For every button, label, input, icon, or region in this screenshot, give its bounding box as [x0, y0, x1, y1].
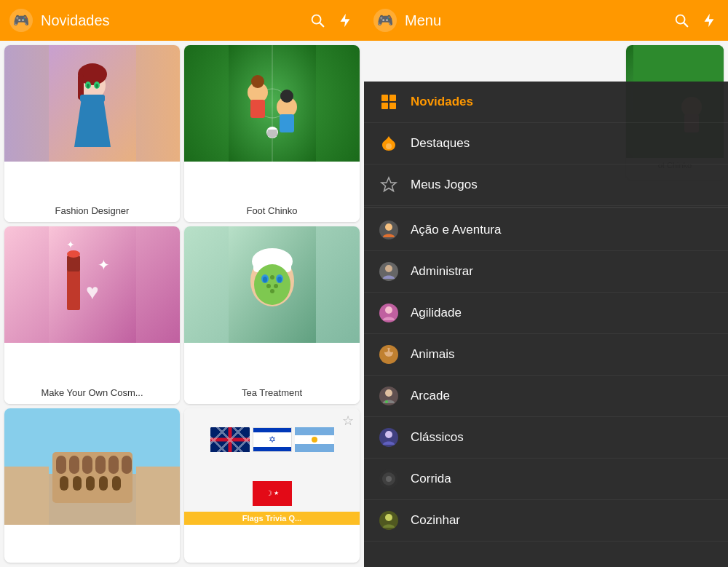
- right-panel: 🎮 Menu: [364, 0, 728, 567]
- svg-point-40: [266, 284, 271, 288]
- game-card-tea-treatment[interactable]: Tea Treatment: [184, 226, 360, 403]
- svg-point-73: [386, 143, 392, 149]
- svg-rect-55: [122, 456, 132, 474]
- svg-text:🎮: 🎮: [377, 12, 394, 28]
- svg-point-46: [277, 277, 282, 282]
- right-search-button[interactable]: [671, 10, 692, 31]
- flags-fav-icon[interactable]: ☆: [342, 413, 354, 429]
- svg-point-77: [385, 265, 392, 272]
- svg-point-36: [254, 264, 290, 305]
- svg-point-91: [386, 476, 392, 482]
- right-logo-icon: 🎮: [373, 8, 397, 33]
- menu-corrida-icon: [379, 469, 399, 489]
- game-card-foot-chinko-image: [184, 45, 360, 199]
- menu-cozinhar-label: Cozinhar: [411, 513, 460, 528]
- svg-rect-20: [250, 100, 265, 118]
- game-card-fashion-designer-image: [4, 45, 180, 199]
- svg-point-86: [385, 400, 388, 403]
- logo-icon: 🎮: [9, 8, 33, 33]
- game-card-foot-chinko-label: Foot Chinko: [184, 199, 360, 222]
- menu-item-animais[interactable]: Animais: [364, 334, 728, 376]
- game-card-flags-trivia[interactable]: ☆ ✡: [184, 408, 360, 563]
- game-card-fashion-designer[interactable]: Fashion Designer: [4, 45, 180, 222]
- svg-rect-70: [389, 95, 396, 101]
- svg-rect-58: [86, 476, 95, 491]
- svg-text:🎮: 🎮: [13, 12, 30, 28]
- game-card-colosseum-image: [4, 408, 180, 563]
- menu-overlay: Novidades Destaques M: [364, 82, 728, 567]
- svg-rect-54: [108, 456, 119, 474]
- svg-point-42: [270, 289, 274, 293]
- svg-point-85: [385, 389, 392, 397]
- svg-point-12: [95, 84, 98, 88]
- menu-item-cozinhar[interactable]: Cozinhar: [364, 500, 728, 542]
- menu-animais-icon: [379, 344, 399, 365]
- svg-rect-56: [60, 476, 68, 491]
- game-card-flags-trivia-image: ☆ ✡: [184, 408, 360, 563]
- svg-rect-23: [280, 114, 294, 132]
- right-header: 🎮 Menu: [364, 0, 728, 41]
- menu-corrida-label: Corrida: [411, 472, 451, 486]
- menu-destaques-icon: [379, 133, 399, 154]
- svg-rect-57: [73, 476, 82, 491]
- svg-rect-60: [112, 476, 121, 491]
- menu-item-novidades[interactable]: Novidades: [364, 82, 728, 123]
- svg-text:✦: ✦: [97, 257, 109, 273]
- svg-point-75: [385, 223, 392, 231]
- menu-item-administrar[interactable]: Administrar: [364, 251, 728, 293]
- menu-item-corrida[interactable]: Corrida: [364, 459, 728, 500]
- svg-point-28: [67, 250, 80, 258]
- right-flash-button[interactable]: [699, 10, 719, 31]
- menu-arcade-label: Arcade: [411, 389, 450, 403]
- menu-cozinhar-icon: [379, 510, 399, 531]
- menu-item-agilidade[interactable]: Agilidade: [364, 293, 728, 334]
- left-flash-button[interactable]: [335, 10, 355, 31]
- game-grid: Fashion Designer: [0, 41, 364, 567]
- game-card-tea-treatment-image: [184, 226, 360, 381]
- svg-text:✦: ✦: [66, 239, 75, 250]
- menu-meus-jogos-label: Meus Jogos: [411, 178, 478, 192]
- menu-agilidade-icon: [379, 303, 399, 323]
- svg-point-11: [87, 84, 90, 88]
- menu-item-classicos[interactable]: Clássicos: [364, 417, 728, 459]
- svg-rect-59: [99, 476, 108, 491]
- menu-administrar-label: Administrar: [411, 264, 473, 279]
- menu-meus-jogos-icon: [379, 175, 399, 195]
- left-search-button[interactable]: [307, 10, 328, 31]
- menu-item-meus-jogos[interactable]: Meus Jogos: [364, 164, 728, 206]
- menu-divider: [364, 207, 728, 208]
- menu-destaques-label: Destaques: [411, 136, 470, 151]
- game-card-fashion-designer-label: Fashion Designer: [4, 199, 180, 222]
- svg-point-83: [389, 348, 394, 352]
- game-card-cosmetics[interactable]: ♥ ✦ ✦ Make Your Own Cosm...: [4, 226, 180, 403]
- menu-classicos-label: Clássicos: [411, 430, 464, 445]
- left-header: 🎮 Novidades: [0, 0, 364, 41]
- svg-point-79: [385, 306, 392, 314]
- svg-point-88: [385, 431, 392, 438]
- svg-point-41: [274, 284, 278, 288]
- menu-acao-label: Ação e Aventura: [411, 223, 501, 237]
- game-card-foot-chinko[interactable]: Foot Chinko: [184, 45, 360, 222]
- menu-item-acao[interactable]: Ação e Aventura: [364, 210, 728, 251]
- svg-rect-71: [381, 103, 388, 109]
- svg-point-22: [280, 90, 293, 103]
- svg-marker-65: [705, 14, 714, 27]
- svg-line-3: [320, 23, 323, 26]
- menu-item-destaques[interactable]: Destaques: [364, 123, 728, 164]
- game-card-colosseum[interactable]: [4, 408, 180, 563]
- svg-point-19: [251, 75, 264, 88]
- svg-line-64: [684, 23, 687, 26]
- svg-rect-14: [80, 95, 105, 102]
- left-panel: 🎮 Novidades: [0, 0, 364, 567]
- game-card-cosmetics-label: Make Your Own Cosm...: [4, 381, 180, 404]
- svg-text:♥: ♥: [86, 279, 99, 304]
- menu-novidades-icon: [379, 92, 399, 112]
- svg-rect-72: [389, 103, 396, 109]
- menu-acao-icon: [379, 220, 399, 240]
- menu-agilidade-label: Agilidade: [411, 306, 462, 320]
- svg-point-82: [384, 348, 388, 352]
- svg-rect-27: [67, 255, 80, 271]
- menu-arcade-icon: [379, 386, 399, 406]
- menu-item-arcade[interactable]: Arcade: [364, 376, 728, 417]
- svg-rect-69: [381, 95, 388, 101]
